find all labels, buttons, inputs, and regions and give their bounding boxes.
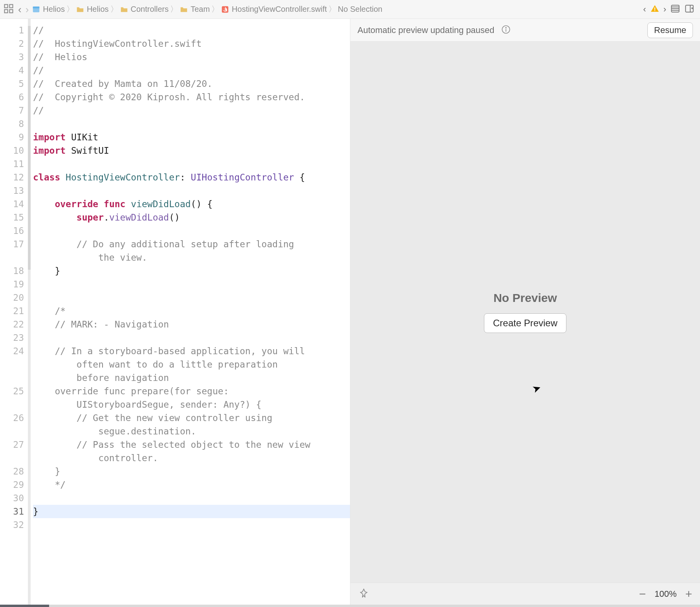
line-number: 9 bbox=[0, 131, 24, 144]
code-line[interactable]: // Pass the selected object to the new v… bbox=[33, 438, 350, 465]
svg-rect-2 bbox=[5, 9, 8, 13]
line-number: 2 bbox=[0, 37, 24, 50]
line-number-gutter: 1234567891011121314151617181920212223242… bbox=[0, 19, 31, 605]
code-line[interactable]: /* bbox=[33, 304, 350, 318]
svg-point-19 bbox=[506, 28, 506, 28]
breadcrumb-label: Helios bbox=[43, 5, 65, 14]
line-number: 8 bbox=[0, 117, 24, 131]
nav-arrows: ‹ › bbox=[18, 4, 29, 15]
code-line[interactable] bbox=[33, 157, 350, 171]
chevron-right-icon: 〉 bbox=[170, 4, 178, 15]
preview-footer: − 100% + bbox=[350, 583, 700, 605]
code-line[interactable] bbox=[33, 117, 350, 131]
jump-bar: ‹ › Helios〉Helios〉Controllers〉Team〉Hosti… bbox=[0, 0, 700, 19]
code-line[interactable]: // Helios bbox=[33, 50, 350, 64]
code-line[interactable] bbox=[33, 491, 350, 505]
back-arrow-icon[interactable]: ‹ bbox=[18, 4, 22, 15]
no-preview-heading: No Preview bbox=[493, 291, 557, 305]
zoom-in-button[interactable]: + bbox=[685, 587, 692, 601]
code-line[interactable]: // In a storyboard-based application, yo… bbox=[33, 344, 350, 384]
adjust-editor-icon[interactable] bbox=[670, 4, 680, 15]
code-line[interactable] bbox=[33, 518, 350, 532]
code-line[interactable] bbox=[33, 224, 350, 237]
create-preview-button[interactable]: Create Preview bbox=[484, 313, 566, 333]
svg-rect-3 bbox=[9, 9, 13, 13]
resume-button[interactable]: Resume bbox=[647, 22, 693, 38]
main-split: 1234567891011121314151617181920212223242… bbox=[0, 19, 700, 605]
swift-icon bbox=[221, 5, 229, 14]
line-number: 26 bbox=[0, 411, 24, 438]
bottom-progress-bar bbox=[0, 605, 49, 607]
breadcrumb-item[interactable]: Helios bbox=[76, 5, 109, 14]
svg-rect-1 bbox=[9, 5, 13, 8]
code-line[interactable] bbox=[33, 291, 350, 304]
svg-rect-8 bbox=[654, 10, 655, 11]
line-number: 28 bbox=[0, 465, 24, 478]
related-items-icon[interactable] bbox=[3, 3, 14, 15]
line-number: 11 bbox=[0, 157, 24, 171]
line-number: 24 bbox=[0, 344, 24, 384]
info-icon[interactable] bbox=[501, 24, 511, 36]
code-line[interactable]: // bbox=[33, 64, 350, 77]
breadcrumb-item[interactable]: Team bbox=[180, 5, 210, 14]
project-icon bbox=[32, 5, 40, 14]
code-line[interactable]: // Copyright © 2020 Kiprosh. All rights … bbox=[33, 90, 350, 104]
code-line[interactable]: override func prepare(for segue: UIStory… bbox=[33, 384, 350, 411]
zoom-level-label: 100% bbox=[654, 589, 676, 599]
line-number: 20 bbox=[0, 291, 24, 304]
add-editor-icon[interactable] bbox=[684, 4, 695, 15]
line-number: 22 bbox=[0, 318, 24, 331]
preview-status-text: Automatic preview updating paused bbox=[357, 25, 495, 35]
issue-prev-icon[interactable]: ‹ bbox=[643, 4, 646, 15]
line-number: 25 bbox=[0, 384, 24, 411]
code-line[interactable]: */ bbox=[33, 478, 350, 491]
code-line[interactable]: // bbox=[33, 104, 350, 117]
mouse-cursor-icon: ➤ bbox=[530, 381, 542, 396]
line-number: 30 bbox=[0, 491, 24, 505]
line-number: 5 bbox=[0, 77, 24, 90]
breadcrumb-label: HostingViewController.swift bbox=[232, 5, 327, 14]
pin-icon[interactable] bbox=[358, 588, 369, 600]
zoom-out-button[interactable]: − bbox=[639, 587, 646, 601]
breadcrumb-item[interactable]: Helios bbox=[32, 5, 65, 14]
forward-arrow-icon[interactable]: › bbox=[26, 4, 29, 15]
code-line[interactable] bbox=[33, 184, 350, 197]
line-number: 3 bbox=[0, 50, 24, 64]
line-number: 18 bbox=[0, 264, 24, 278]
line-number: 32 bbox=[0, 518, 24, 532]
line-number: 7 bbox=[0, 104, 24, 117]
code-line[interactable]: // HostingViewController.swift bbox=[33, 37, 350, 50]
code-line[interactable]: } bbox=[33, 264, 350, 278]
breadcrumb-item[interactable]: HostingViewController.swift bbox=[221, 5, 327, 14]
code-line[interactable]: class HostingViewController: UIHostingCo… bbox=[33, 171, 350, 184]
source-editor[interactable]: 1234567891011121314151617181920212223242… bbox=[0, 19, 350, 605]
code-line[interactable]: } bbox=[33, 465, 350, 478]
code-line[interactable]: // Do any additional setup after loading… bbox=[33, 237, 350, 264]
code-line[interactable] bbox=[33, 331, 350, 344]
code-line[interactable]: import UIKit bbox=[33, 131, 350, 144]
scroll-indicator bbox=[28, 26, 31, 270]
code-line[interactable]: // bbox=[33, 24, 350, 37]
issue-next-icon[interactable]: › bbox=[663, 4, 666, 15]
code-line[interactable]: // MARK: - Navigation bbox=[33, 318, 350, 331]
line-number: 10 bbox=[0, 144, 24, 157]
code-line[interactable] bbox=[33, 278, 350, 291]
warning-icon[interactable] bbox=[650, 4, 660, 15]
code-line[interactable]: import SwiftUI bbox=[33, 144, 350, 157]
line-number: 31 bbox=[0, 505, 24, 518]
code-line[interactable]: super.viewDidLoad() bbox=[33, 211, 350, 224]
line-number: 1 bbox=[0, 24, 24, 37]
breadcrumb-label: No Selection bbox=[338, 5, 382, 14]
chevron-right-icon: 〉 bbox=[66, 4, 74, 15]
code-line[interactable]: // Created by Mamta on 11/08/20. bbox=[33, 77, 350, 90]
breadcrumb-label: Controllers bbox=[131, 5, 169, 14]
code-line[interactable]: } bbox=[33, 505, 350, 518]
chevron-right-icon: 〉 bbox=[328, 4, 336, 15]
code-line[interactable]: override func viewDidLoad() { bbox=[33, 197, 350, 211]
code-area[interactable]: //// HostingViewController.swift// Helio… bbox=[31, 19, 350, 605]
breadcrumb-item[interactable]: No Selection bbox=[338, 5, 382, 14]
breadcrumb-item[interactable]: Controllers bbox=[120, 5, 169, 14]
chevron-right-icon: 〉 bbox=[110, 4, 118, 15]
window-bottom-strip bbox=[0, 605, 700, 607]
code-line[interactable]: // Get the new view controller using seg… bbox=[33, 411, 350, 438]
